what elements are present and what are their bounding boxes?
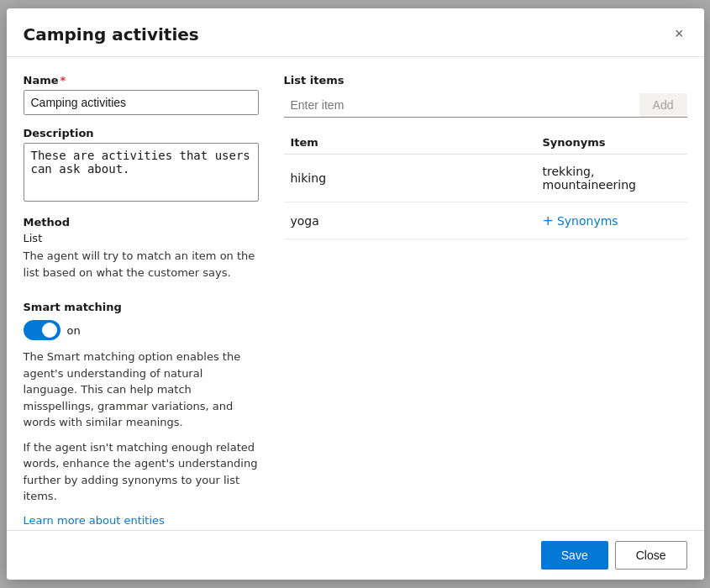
name-label: Name* xyxy=(24,74,259,87)
right-column: List items Add Item Synonyms hiking trek… xyxy=(284,74,687,513)
close-icon-button[interactable]: × xyxy=(671,22,687,46)
learn-more-link[interactable]: Learn more about entities xyxy=(24,514,165,527)
smart-matching-desc2: If the agent isn't matching enough relat… xyxy=(24,439,259,505)
add-synonym-label: Synonyms xyxy=(557,214,618,228)
modal-body: Name* Description These are activities t… xyxy=(7,57,704,530)
left-column: Name* Description These are activities t… xyxy=(24,74,259,513)
save-button[interactable]: Save xyxy=(541,541,608,570)
toggle-track xyxy=(24,320,60,340)
plus-icon: + xyxy=(543,213,554,228)
smart-matching-toggle[interactable] xyxy=(24,320,60,340)
modal-title: Camping activities xyxy=(24,24,199,45)
add-item-row: Add xyxy=(284,93,687,118)
add-button[interactable]: Add xyxy=(639,93,687,117)
smart-matching-section: Smart matching on The Smart matching opt… xyxy=(24,301,259,527)
name-input[interactable] xyxy=(24,90,259,115)
name-field-group: Name* xyxy=(24,74,259,115)
synonyms-cell-hiking: trekking, mountaineering xyxy=(536,165,687,192)
modal-overlay: Camping activities × Name* Description T… xyxy=(0,0,710,588)
method-section: Method List The agent will try to match … xyxy=(24,216,259,281)
table-row: hiking trekking, mountaineering xyxy=(284,155,687,202)
method-label: Method xyxy=(24,216,259,228)
table-header: Item Synonyms xyxy=(284,131,687,155)
enter-item-input[interactable] xyxy=(284,93,639,117)
toggle-thumb xyxy=(42,323,57,338)
item-cell-hiking: hiking xyxy=(284,171,536,185)
required-indicator: * xyxy=(60,74,66,87)
add-synonym-button[interactable]: + Synonyms xyxy=(543,213,687,228)
modal: Camping activities × Name* Description T… xyxy=(7,8,704,580)
method-description: The agent will try to match an item on t… xyxy=(24,248,259,281)
toggle-label: on xyxy=(67,324,81,337)
smart-matching-title: Smart matching xyxy=(24,301,259,313)
toggle-row: on xyxy=(24,320,259,340)
description-label: Description xyxy=(24,127,259,139)
col-synonyms-header: Synonyms xyxy=(536,136,687,149)
close-button[interactable]: Close xyxy=(615,541,687,570)
list-items-header: List items xyxy=(284,74,687,87)
table-row: yoga + Synonyms xyxy=(284,202,687,239)
item-cell-yoga: yoga xyxy=(284,214,536,228)
description-field-group: Description These are activities that us… xyxy=(24,127,259,204)
modal-footer: Save Close xyxy=(7,530,704,580)
description-textarea[interactable]: These are activities that users can ask … xyxy=(24,143,259,202)
smart-matching-desc1: The Smart matching option enables the ag… xyxy=(24,349,259,431)
modal-header: Camping activities × xyxy=(7,8,704,57)
col-item-header: Item xyxy=(284,136,536,149)
synonyms-cell-yoga: + Synonyms xyxy=(536,213,687,228)
method-value: List xyxy=(24,232,259,244)
